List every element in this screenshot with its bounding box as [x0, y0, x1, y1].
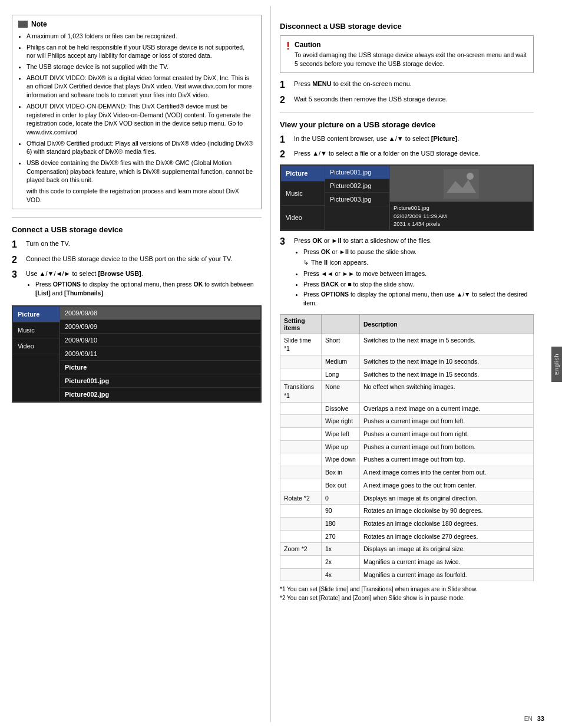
- step-number: 2: [280, 94, 292, 106]
- view-left-picture: Picture: [281, 166, 325, 182]
- setting-desc: Magnifies a current image as fourfold.: [360, 568, 534, 581]
- view-section-title: View your picture on a USB storage devic…: [280, 120, 534, 129]
- step-text: Press MENU to exit the on-screen menu.: [294, 79, 534, 90]
- view-right-panel: Picture001.jpg 02/02/2009 11:29 AM 2031 …: [390, 166, 533, 230]
- connect-step-2: 2 Connect the USB storage device to the …: [12, 254, 262, 265]
- view-step-2: 2 Press ▲/▼ to select a file or a folder…: [280, 149, 534, 160]
- setting-desc: A next image goes to the out from center…: [360, 479, 534, 492]
- footnote-1: *1 You can set [Slide time] and [Transit…: [280, 585, 534, 594]
- setting-value: Wipe down: [322, 453, 360, 466]
- setting-value: 270: [322, 530, 360, 543]
- setting-value: Short: [322, 334, 360, 355]
- setting-name: Zoom *2: [280, 543, 322, 556]
- step-text: Press ▲/▼ to select a file or a folder o…: [294, 149, 534, 160]
- step-text: Turn on the TV.: [26, 239, 262, 250]
- connect-section-title: Connect a USB storage device: [12, 225, 262, 234]
- connect-step-1: 1 Turn on the TV.: [12, 239, 262, 250]
- note-title: Note: [31, 20, 47, 28]
- usb-date-item: 2009/09/10: [60, 334, 260, 347]
- view-mid-file: Picture003.jpg: [325, 193, 389, 206]
- press-label: Press: [303, 248, 319, 255]
- page-number: 33: [537, 715, 544, 722]
- image-preview: [390, 166, 533, 202]
- press-label: Press: [303, 281, 319, 288]
- view-mid-file: Picture002.jpg: [325, 179, 389, 193]
- note-item: ABOUT DIVX VIDEO: DivX® is a digital vid…: [27, 74, 255, 100]
- setting-desc: Switches to the next image in 10 seconds…: [360, 355, 534, 368]
- setting-value: 1x: [322, 543, 360, 556]
- setting-desc: Switches to the next image in 5 seconds.: [360, 334, 534, 355]
- view-left-video: Video: [281, 206, 325, 230]
- setting-desc: Pushes a current image out from left.: [360, 415, 534, 428]
- view-step-1: 1 In the USB content browser, use ▲/▼ to…: [280, 134, 534, 145]
- col-header-setting: Setting items: [280, 314, 322, 334]
- disconnect-step-1: 1 Press MENU to exit the on-screen menu.: [280, 79, 534, 90]
- setting-value: Medium: [322, 355, 360, 368]
- press-label: Press: [303, 291, 319, 298]
- note-continuation: with this code to complete the registrat…: [18, 187, 255, 204]
- setting-value: 180: [322, 517, 360, 530]
- step-text: Connect the USB storage device to the US…: [26, 254, 262, 265]
- setting-value: Wipe up: [322, 440, 360, 453]
- settings-table: Setting items Description Slide time *1S…: [280, 314, 534, 582]
- setting-name: [280, 517, 322, 530]
- sub-bullet-item: Press BACK or ■ to stop the slide show.: [303, 280, 534, 289]
- setting-name: [280, 466, 322, 479]
- step-number: 1: [280, 134, 292, 145]
- view-mid-panel: Picture001.jpg Picture002.jpg Picture003…: [325, 166, 390, 230]
- note-item: ABOUT DIVX VIDEO-ON-DEMAND: This DivX Ce…: [27, 102, 255, 137]
- disconnect-step-2: 2 Wait 5 seconds then remove the USB sto…: [280, 94, 534, 106]
- setting-name: [280, 479, 322, 492]
- setting-desc: Rotates an image clockwise 180 degrees.: [360, 517, 534, 530]
- col-header-desc: Description: [360, 314, 534, 334]
- setting-name: [280, 568, 322, 581]
- note-item: USB device containing the DivX® files wi…: [27, 159, 255, 185]
- view-mid-file: Picture001.jpg: [325, 166, 389, 179]
- press-label: Press: [294, 80, 310, 87]
- view-browser: Picture Music Video Picture001.jpg Pictu…: [280, 164, 534, 231]
- usb-left-item-picture: Picture: [13, 307, 59, 322]
- setting-name: Rotate *2: [280, 492, 322, 505]
- setting-desc: Pushes a current image out from right.: [360, 428, 534, 441]
- note-item: The USB storage device is not supplied w…: [27, 62, 255, 71]
- step-number: 3: [280, 236, 292, 309]
- usb-date-item: 2009/09/08: [60, 307, 260, 320]
- setting-value: Dissolve: [322, 402, 360, 415]
- usb-file-item: Picture001.jpg: [60, 374, 260, 388]
- usb-date-item: 2009/09/11: [60, 347, 260, 361]
- usb-folder-item: Picture: [60, 361, 260, 374]
- setting-name: Transitions *1: [280, 381, 322, 402]
- note-list: A maximum of 1,023 folders or files can …: [18, 32, 255, 185]
- press-label: Press: [294, 150, 310, 157]
- usb-file-item: Picture002.jpg: [60, 388, 260, 401]
- connect-step-3: 3 Use ▲/▼/◄/► to select [Browse USB]. Pr…: [12, 269, 262, 299]
- sub-bullet-item: Press OPTIONS to display the optional me…: [303, 290, 534, 307]
- step-text: In the USB content browser, use ▲/▼ to s…: [294, 134, 534, 145]
- setting-value: 2x: [322, 555, 360, 568]
- setting-desc: Switches to the next image in 15 seconds…: [360, 368, 534, 381]
- left-column: Note A maximum of 1,023 folders or files…: [0, 6, 271, 722]
- arrow-item: ↳ The II icon appears.: [294, 258, 534, 268]
- step-subbullets: Press OK or ►II to pause the slide show.: [294, 248, 534, 256]
- setting-desc: Displays an image at its original direct…: [360, 492, 534, 505]
- setting-desc: No effect when switching images.: [360, 381, 534, 402]
- view-step-3: 3 Press OK or ►II to start a slideshow o…: [280, 236, 534, 309]
- usb-browser: Picture Music Video 2009/09/08 2009/09/0…: [12, 305, 262, 403]
- page-footer: EN 33: [524, 715, 544, 722]
- setting-name: [280, 555, 322, 568]
- usb-left-item-video: Video: [13, 338, 59, 354]
- note-icon: [18, 21, 28, 28]
- setting-desc: Rotates an image clockwise 270 degrees.: [360, 530, 534, 543]
- note-item: A maximum of 1,023 folders or files can …: [27, 32, 255, 41]
- step-text: Use ▲/▼/◄/► to select [Browse USB]. Pres…: [26, 269, 262, 299]
- en-label: EN: [524, 716, 533, 722]
- divider: [280, 113, 534, 113]
- setting-name: [280, 355, 322, 368]
- arrow-symbol: ↳: [303, 258, 309, 268]
- usb-middle-panel: 2009/09/08 2009/09/09 2009/09/10 2009/09…: [60, 307, 260, 401]
- step-number: 2: [280, 149, 292, 160]
- usb-date-item: 2009/09/09: [60, 320, 260, 334]
- view-left-music: Music: [281, 182, 325, 206]
- setting-name: [280, 505, 322, 518]
- setting-value: Box out: [322, 479, 360, 492]
